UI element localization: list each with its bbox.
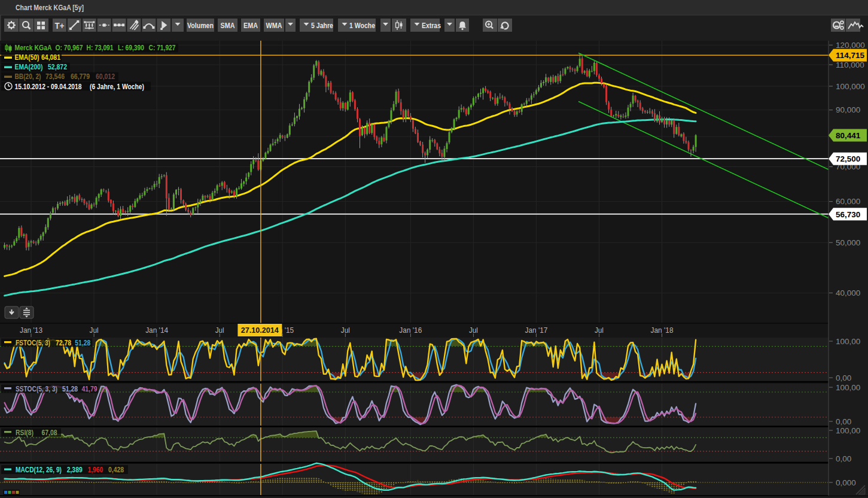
svg-text:0,00: 0,00	[836, 417, 851, 426]
svg-text:51,28: 51,28	[75, 338, 90, 347]
svg-text:EMA: EMA	[243, 21, 258, 30]
svg-text:1,960: 1,960	[87, 465, 103, 474]
svg-text:T+: T+	[55, 20, 65, 31]
svg-text:Jan '18: Jan '18	[651, 326, 674, 335]
svg-text:Extras: Extras	[422, 21, 441, 30]
svg-text:67,08: 67,08	[42, 428, 57, 437]
svg-text:SSTOC(5, 3, 3): SSTOC(5, 3, 3)	[16, 384, 57, 393]
svg-text:Jul: Jul	[469, 326, 478, 335]
svg-text:EMA(200): EMA(200)	[15, 62, 43, 71]
svg-text:Volumen: Volumen	[187, 21, 214, 30]
svg-text:0,428: 0,428	[108, 465, 124, 474]
svg-text:SMA: SMA	[221, 21, 235, 30]
svg-text:72,500: 72,500	[836, 154, 860, 163]
svg-text:80,441: 80,441	[836, 131, 861, 140]
svg-text:Jan '17: Jan '17	[525, 326, 547, 335]
svg-text:EMA(50): EMA(50)	[15, 53, 39, 62]
svg-text:90,000: 90,000	[836, 105, 860, 114]
svg-text:100,00: 100,00	[836, 337, 860, 346]
svg-text:60,012: 60,012	[96, 72, 115, 81]
svg-text:15.10.2012 - 09.04.2018: 15.10.2012 - 09.04.2018	[15, 82, 82, 91]
svg-text:H: 73,091: H: 73,091	[87, 43, 114, 52]
svg-text:2,389: 2,389	[67, 465, 83, 474]
svg-text:110,000: 110,000	[836, 60, 864, 69]
svg-text:FSTOC(5, 3): FSTOC(5, 3)	[16, 338, 50, 347]
svg-text:1 Woche: 1 Woche	[349, 21, 375, 30]
svg-text:50,000: 50,000	[836, 238, 860, 247]
svg-text:Jul: Jul	[595, 326, 604, 335]
svg-text:66,779: 66,779	[71, 72, 90, 81]
svg-text:51,28: 51,28	[62, 384, 78, 393]
svg-text:60,000: 60,000	[836, 197, 860, 206]
svg-text:Jul: Jul	[90, 326, 99, 335]
svg-text:(6 Jahre, 1 Woche): (6 Jahre, 1 Woche)	[90, 82, 144, 91]
svg-text:100,00: 100,00	[836, 426, 860, 435]
svg-text:100,000: 100,000	[836, 82, 865, 91]
svg-text:Merck KGaA: Merck KGaA	[15, 43, 52, 52]
svg-text:100,00: 100,00	[836, 383, 860, 392]
svg-text:Jan '16: Jan '16	[399, 326, 422, 335]
svg-text:52,872: 52,872	[48, 62, 67, 71]
svg-text:L: 69,390: L: 69,390	[118, 43, 144, 52]
svg-text:0,00: 0,00	[836, 454, 851, 463]
svg-text:BB(20, 2): BB(20, 2)	[15, 72, 41, 81]
svg-text:41,79: 41,79	[82, 384, 98, 393]
svg-text:Jan '14: Jan '14	[145, 326, 168, 335]
svg-text:5 Jahre: 5 Jahre	[311, 21, 333, 30]
svg-text:O: 70,967: O: 70,967	[56, 43, 83, 52]
svg-text:RSI(8): RSI(8)	[16, 428, 33, 437]
svg-text:WMA: WMA	[266, 21, 282, 30]
svg-text:40,000: 40,000	[836, 289, 860, 297]
svg-text:Jan '13: Jan '13	[20, 326, 42, 335]
svg-text:0,000: 0,000	[836, 478, 856, 487]
svg-text:Jul: Jul	[341, 326, 350, 335]
svg-text:27.10.2014: 27.10.2014	[241, 326, 279, 335]
svg-text:114,715: 114,715	[836, 51, 865, 60]
svg-text:56,730: 56,730	[836, 210, 860, 219]
svg-text:MACD(12, 26, 9): MACD(12, 26, 9)	[16, 465, 62, 474]
svg-text:Jul: Jul	[215, 326, 224, 335]
svg-text:C: 71,927: C: 71,927	[149, 43, 176, 52]
svg-text:0,00: 0,00	[836, 374, 851, 382]
svg-text:72,78: 72,78	[56, 338, 71, 347]
svg-text:64,081: 64,081	[41, 53, 60, 62]
svg-text:120,000: 120,000	[836, 41, 865, 50]
svg-text:73,546: 73,546	[45, 72, 65, 81]
svg-text:Chart Merck KGaA [5y]: Chart Merck KGaA [5y]	[16, 3, 84, 12]
